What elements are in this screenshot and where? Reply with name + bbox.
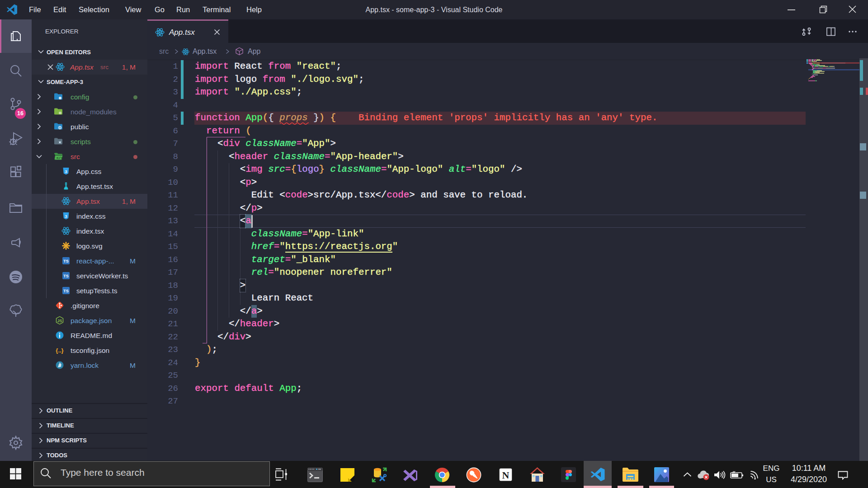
svg-text:TS: TS xyxy=(63,289,69,293)
svg-text:3: 3 xyxy=(65,169,67,174)
svg-text:{..}: {..} xyxy=(56,347,63,354)
svg-text:N: N xyxy=(502,469,509,481)
svg-text:JS: JS xyxy=(57,319,62,323)
svg-text:TS: TS xyxy=(63,259,69,263)
svg-text:TS: TS xyxy=(63,274,69,278)
svg-text:3: 3 xyxy=(65,214,67,219)
svg-text:</>: </> xyxy=(57,156,63,160)
